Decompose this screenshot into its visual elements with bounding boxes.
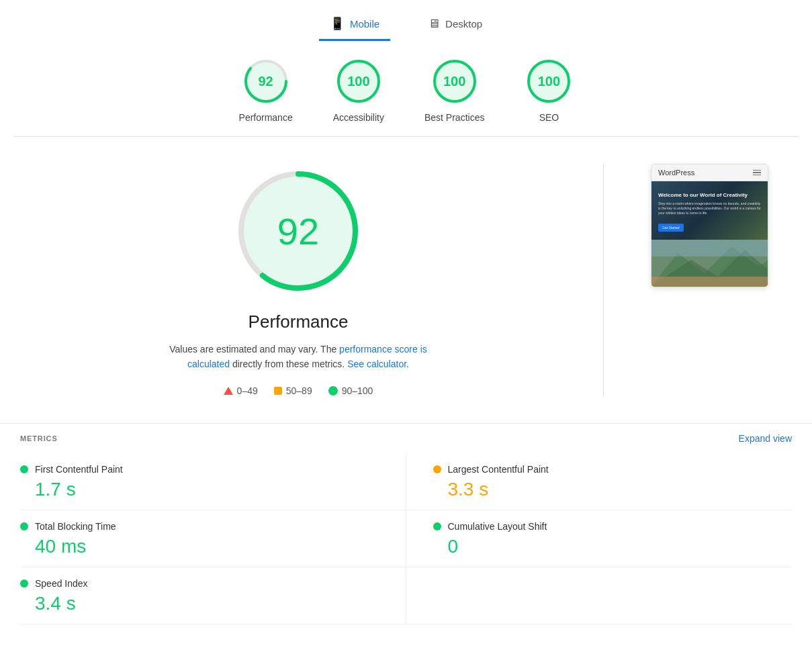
score-circle-performance: 92 [242, 57, 290, 105]
legend-orange-icon [274, 387, 282, 395]
metric-fcp-header: First Contentful Paint [20, 464, 379, 475]
metric-fcp-dot [20, 465, 28, 473]
browser-screenshot-image [651, 240, 768, 287]
score-label-accessibility: Accessibility [333, 112, 384, 123]
legend-orange: 50–89 [274, 385, 312, 396]
performance-title: Performance [249, 312, 349, 332]
metric-cls-dot [433, 522, 441, 530]
score-circle-seo: 100 [525, 57, 573, 105]
metric-tbt: Total Blocking Time 40 ms [20, 510, 406, 567]
score-performance[interactable]: 92 Performance [239, 57, 293, 123]
metric-cls-value: 0 [433, 536, 793, 557]
metric-cls-name: Cumulative Layout Shift [448, 521, 547, 532]
metric-lcp-header: Largest Contentful Paint [433, 464, 793, 475]
metric-tbt-dot [20, 522, 28, 530]
calculator-link[interactable]: See calculator [347, 359, 406, 369]
desc-text-start: Values are estimated and may vary. The [169, 344, 339, 355]
browser-site-title: WordPress [658, 169, 694, 177]
metric-si-value: 3.4 s [20, 593, 379, 614]
big-score-value: 92 [277, 209, 319, 253]
tab-desktop-label: Desktop [445, 18, 482, 30]
browser-menu-icon [753, 170, 761, 176]
legend-red: 0–49 [224, 385, 258, 396]
vertical-divider [603, 164, 604, 396]
metrics-section-label: METRICS [20, 434, 58, 442]
metric-cls-header: Cumulative Layout Shift [433, 521, 793, 532]
legend: 0–49 50–89 90–100 [224, 385, 373, 396]
tab-mobile[interactable]: 📱 Mobile [319, 11, 390, 41]
browser-hero-desc: Step into a realm where imagination know… [658, 201, 761, 216]
metric-si-header: Speed Index [20, 578, 379, 589]
metric-si-dot [20, 579, 28, 588]
desc-text-mid: directly from these metrics. [230, 359, 347, 369]
browser-preview: WordPress Welcome to our World of Creati… [651, 164, 768, 287]
score-value-performance: 92 [259, 74, 273, 89]
menu-line-1 [753, 170, 761, 171]
right-panel: WordPress Welcome to our World of Creati… [651, 164, 772, 287]
metrics-grid: First Contentful Paint 1.7 s Largest Con… [20, 453, 792, 624]
legend-green-icon [328, 386, 338, 395]
metric-empty [406, 567, 793, 624]
metric-tbt-name: Total Blocking Time [35, 521, 116, 532]
browser-hero-title: Welcome to our World of Creativity [658, 192, 761, 199]
big-score-circle: 92 [231, 164, 365, 298]
metric-si-name: Speed Index [35, 578, 88, 589]
score-circle-accessibility: 100 [334, 57, 383, 105]
expand-view-button[interactable]: Expand view [739, 433, 792, 444]
score-seo[interactable]: 100 SEO [525, 57, 573, 123]
score-label-performance: Performance [239, 112, 293, 123]
legend-green-label: 90–100 [342, 385, 373, 396]
metric-fcp: First Contentful Paint 1.7 s [20, 453, 406, 510]
metric-cls: Cumulative Layout Shift 0 [406, 510, 793, 567]
metric-fcp-value: 1.7 s [20, 479, 379, 500]
score-value-seo: 100 [538, 74, 560, 89]
main-section: 92 Performance Values are estimated and … [0, 137, 812, 423]
metric-lcp-name: Largest Contentful Paint [448, 464, 549, 475]
tab-desktop[interactable]: 🖥 Desktop [417, 11, 493, 41]
metric-fcp-name: First Contentful Paint [35, 464, 123, 475]
mobile-icon: 📱 [330, 16, 345, 31]
metric-lcp: Largest Contentful Paint 3.3 s [406, 453, 793, 510]
metrics-section: METRICS Expand view First Contentful Pai… [0, 423, 812, 624]
performance-description: Values are estimated and may vary. The p… [157, 342, 439, 372]
left-panel: 92 Performance Values are estimated and … [40, 164, 556, 396]
scores-row: 92 Performance 100 Accessibility 100 Bes… [0, 41, 812, 136]
score-label-seo: SEO [539, 112, 559, 123]
metric-tbt-value: 40 ms [20, 536, 379, 557]
score-value-accessibility: 100 [347, 74, 369, 89]
tab-mobile-label: Mobile [350, 18, 379, 30]
desc-text-end: . [406, 359, 409, 369]
legend-green: 90–100 [328, 385, 373, 396]
legend-red-icon [224, 387, 233, 395]
svg-rect-11 [651, 240, 768, 256]
browser-bar: WordPress [651, 165, 768, 181]
tab-bar: 📱 Mobile 🖥 Desktop [0, 0, 812, 41]
legend-orange-label: 50–89 [286, 385, 312, 396]
score-accessibility[interactable]: 100 Accessibility [333, 57, 384, 123]
browser-hero-btn: Get Started [658, 224, 684, 232]
menu-line-2 [753, 172, 761, 173]
score-best-practices[interactable]: 100 Best Practices [424, 57, 484, 123]
desktop-icon: 🖥 [428, 17, 440, 31]
metrics-header: METRICS Expand view [20, 424, 792, 453]
legend-red-label: 0–49 [237, 385, 258, 396]
metric-lcp-dot [433, 465, 441, 473]
score-value-best-practices: 100 [443, 74, 465, 89]
metric-tbt-header: Total Blocking Time [20, 521, 379, 532]
score-label-best-practices: Best Practices [424, 112, 484, 123]
svg-rect-10 [651, 277, 768, 287]
browser-hero: Welcome to our World of Creativity Step … [651, 181, 768, 240]
metric-si: Speed Index 3.4 s [20, 567, 406, 624]
menu-line-3 [753, 175, 761, 176]
metric-lcp-value: 3.3 s [433, 479, 793, 500]
score-circle-best-practices: 100 [431, 57, 479, 105]
